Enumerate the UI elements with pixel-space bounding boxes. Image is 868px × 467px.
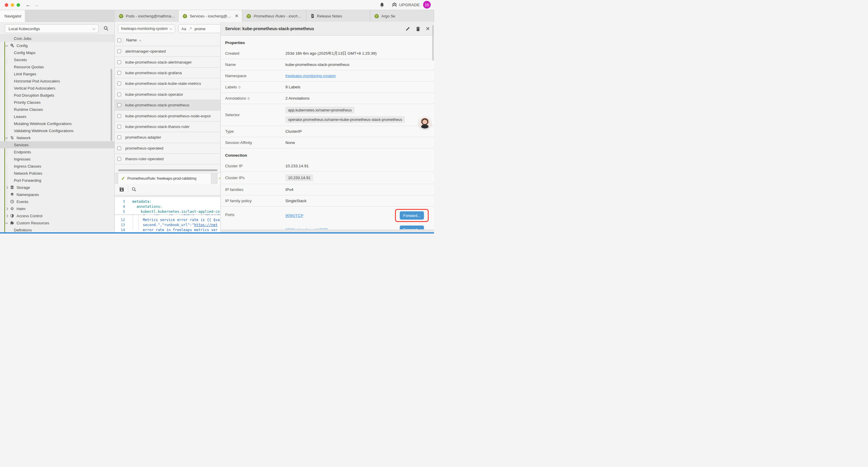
sidebar-item-limit-ranges[interactable]: Limit Ranges (0, 70, 114, 78)
detail-scrollbar[interactable] (432, 25, 434, 61)
sidebar-item-endpoints[interactable]: Endpoints (0, 148, 114, 155)
horizontal-scrollbar[interactable] (118, 169, 217, 171)
sidebar-item-port-forwarding[interactable]: Port Forwarding (0, 177, 114, 184)
delete-trash-icon[interactable] (416, 26, 421, 32)
back-arrow-icon[interactable]: ← (25, 2, 31, 8)
table-row-prometheus-adapter[interactable]: prometheus-adapter (115, 132, 220, 143)
sidebar-item-events[interactable]: Events (0, 198, 114, 205)
section-heading-properties: Properties (221, 36, 434, 48)
sidebar-item-resource-quotas[interactable]: Resource Quotas (0, 63, 114, 70)
tab-argo-se[interactable]: Argo Se (370, 10, 434, 22)
sort-updown-icon[interactable] (239, 85, 240, 89)
close-icon[interactable]: ✕ (426, 26, 430, 32)
sidebar-scrollbar[interactable] (111, 69, 112, 141)
close-tab-icon[interactable]: ✕ (234, 13, 239, 19)
code-link[interactable]: https://net (194, 223, 217, 227)
chevron-right-icon[interactable] (5, 186, 8, 189)
kubeconfig-selector[interactable]: Local Kubeconfigs (5, 24, 99, 33)
notification-count-badge[interactable]: 15 (423, 1, 431, 8)
tab-prometheus-rules-icecheng[interactable]: Prometheus Rules - icecheng... (242, 10, 306, 22)
sidebar-item-namespaces[interactable]: Namespaces (0, 191, 114, 198)
tab-release-notes[interactable]: Release Notes (306, 10, 370, 22)
yaml-editor[interactable]: 3 metadata:4 annotations:5 kubectl.kuber… (115, 196, 220, 232)
sidebar-item-priority-classes[interactable]: Priority Classes (0, 99, 114, 106)
editor-tab-partial[interactable] (217, 173, 221, 183)
forward-button[interactable]: Forward... (400, 211, 424, 220)
sort-updown-icon[interactable] (248, 97, 249, 100)
save-icon[interactable] (119, 186, 124, 192)
sidebar-item-leases[interactable]: Leases (0, 113, 114, 120)
namespace-link[interactable]: freeleaps-monitoring-system (285, 74, 336, 78)
row-checkbox[interactable] (117, 60, 121, 64)
navigator-tab[interactable]: Navigator (0, 10, 25, 22)
avatar[interactable] (418, 117, 431, 129)
sidebar-item-ingresses[interactable]: Ingresses (0, 155, 114, 163)
row-checkbox[interactable] (117, 49, 121, 53)
match-case-toggle[interactable]: Aa (181, 27, 186, 31)
sidebar-item-cron-jobs[interactable]: Cron Jobs (0, 35, 114, 42)
table-row-thanos-ruler-operated[interactable]: thanos-ruler-operated (115, 154, 220, 164)
minimize-window-button[interactable] (11, 3, 14, 7)
table-row-kube-prometheus-stack-operator[interactable]: kube-prometheus-stack-operator (115, 89, 220, 100)
table-row-kube-prometheus-stack-grafana[interactable]: kube-prometheus-stack-grafana (115, 68, 220, 78)
puzzle-icon (10, 221, 14, 225)
chevron-right-icon[interactable] (5, 207, 8, 210)
pencil-icon (219, 176, 221, 180)
select-all-checkbox[interactable] (117, 38, 121, 42)
row-checkbox[interactable] (117, 146, 121, 150)
sidebar-item-access-control[interactable]: Access Control (0, 212, 114, 219)
tab-pods-icecheng-mathmas[interactable]: Pods - icecheng@mathmas... (115, 10, 179, 22)
chevron-down-icon[interactable] (5, 44, 8, 47)
sidebar-item-network[interactable]: Network (0, 134, 114, 141)
row-checkbox[interactable] (117, 103, 121, 107)
tab-services-icecheng-math[interactable]: Services - icecheng@math...✕ (179, 10, 242, 22)
namespace-selector[interactable]: freeleaps-monitoring-system (118, 24, 175, 33)
close-window-button[interactable] (5, 3, 8, 7)
sidebar-item-secrets[interactable]: Secrets (0, 56, 114, 63)
row-checkbox[interactable] (117, 135, 121, 139)
editor-tab-prometheusrule[interactable]: PrometheusRule: freeleaps-prod-rabbitmq (118, 173, 211, 183)
sidebar-item-helm[interactable]: Helm (0, 205, 114, 212)
regex-toggle[interactable]: .* (189, 27, 192, 31)
notifications-bell-icon[interactable] (379, 2, 385, 8)
sidebar-item-services[interactable]: Services (0, 141, 114, 148)
table-row-kube-prometheus-stack-prometheus[interactable]: kube-prometheus-stack-prometheus (115, 100, 220, 111)
row-checkbox[interactable] (117, 157, 121, 161)
table-row-kube-prometheus-stack-alertmanager[interactable]: kube-prometheus-stack-alertmanager (115, 57, 220, 67)
table-row-prometheus-operated[interactable]: prometheus-operated (115, 143, 220, 154)
sidebar-item-pod-disruption-budgets[interactable]: Pod Disruption Budgets (0, 92, 114, 99)
table-row-kube-prometheus-stack-thanos-ruler[interactable]: kube-prometheus-stack-thanos-ruler (115, 121, 220, 132)
chevron-right-icon[interactable] (5, 214, 8, 217)
row-checkbox[interactable] (117, 92, 121, 96)
row-checkbox[interactable] (117, 114, 121, 118)
sidebar-item-horizontal-pod-autoscalers[interactable]: Horizontal Pod Autoscalers (0, 78, 114, 85)
table-row-kube-prometheus-stack-kube-state-metrics[interactable]: kube-prometheus-stack-kube-state-metrics (115, 78, 220, 89)
forward-arrow-icon[interactable]: → (34, 2, 39, 8)
sidebar-item-vertical-pod-autoscalers[interactable]: Vertical Pod Autoscalers (0, 85, 114, 92)
sidebar-item-mutating-webhook-configurations[interactable]: Mutating Webhook Configurations (0, 120, 114, 127)
table-row-alertmanager-operated[interactable]: alertmanager-operated (115, 46, 220, 57)
row-checkbox[interactable] (117, 82, 121, 85)
name-column-header[interactable]: Name (126, 38, 141, 42)
sidebar-item-config[interactable]: Config (0, 42, 114, 49)
pencil-icon (121, 176, 125, 180)
row-checkbox[interactable] (117, 71, 121, 75)
sidebar-search-icon[interactable] (103, 26, 109, 31)
sidebar-item-config-maps[interactable]: Config Maps (0, 49, 114, 56)
sidebar-item-validating-webhook-configurations[interactable]: Validating Webhook Configurations (0, 127, 114, 134)
upgrade-button[interactable]: UPGRADE (392, 2, 420, 7)
row-checkbox[interactable] (117, 125, 121, 128)
table-row-kube-prometheus-stack-prometheus-node-expor[interactable]: kube-prometheus-stack-prometheus-node-ex… (115, 111, 220, 121)
chevron-down-icon[interactable] (5, 221, 8, 224)
port-link[interactable]: 9090/TCP (285, 213, 303, 218)
sidebar-item-storage[interactable]: Storage (0, 184, 114, 191)
editor-search-icon[interactable] (131, 187, 136, 192)
chevron-down-icon[interactable] (5, 136, 8, 139)
maximize-window-button[interactable] (17, 3, 20, 7)
sidebar-item-network-policies[interactable]: Network Policies (0, 170, 114, 177)
edit-pencil-icon[interactable] (405, 26, 410, 31)
sidebar-item-ingress-classes[interactable]: Ingress Classes (0, 163, 114, 170)
sidebar-item-custom-resources[interactable]: Custom Resources (0, 219, 114, 226)
services-search-input[interactable]: Aa .* prome (178, 24, 221, 33)
sidebar-item-runtime-classes[interactable]: Runtime Classes (0, 106, 114, 113)
